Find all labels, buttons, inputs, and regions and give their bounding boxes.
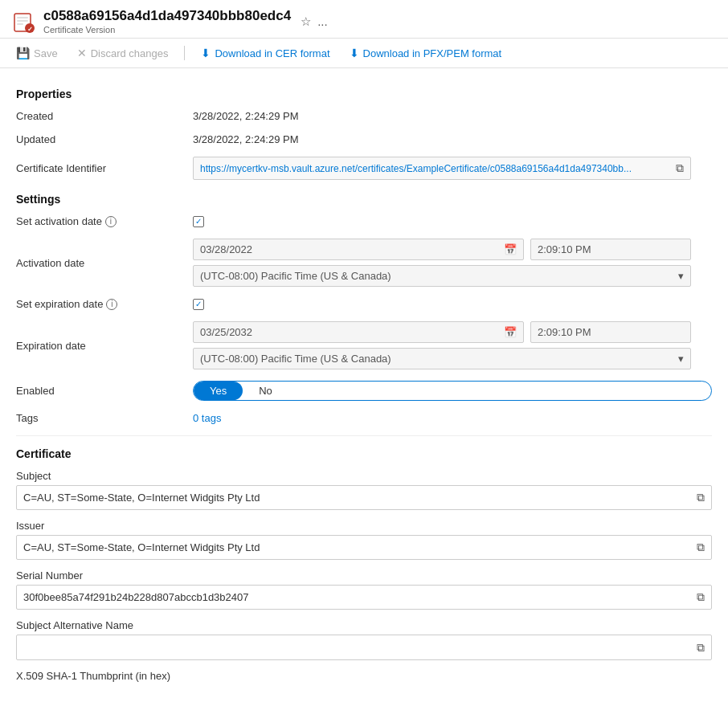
set-activation-date-row: Set activation date i bbox=[16, 215, 712, 227]
expiration-checkbox-mark bbox=[193, 299, 204, 310]
subject-copy-button[interactable]: ⧉ bbox=[697, 491, 705, 504]
tags-row: Tags 0 tags bbox=[16, 412, 712, 424]
updated-value: 3/28/2022, 2:24:29 PM bbox=[193, 133, 712, 145]
expiration-date-row: Expiration date 03/25/2032 📅 2:09:10 PM … bbox=[16, 321, 712, 369]
activation-timezone-chevron: ▾ bbox=[678, 270, 684, 282]
activation-timezone-select[interactable]: (UTC-08:00) Pacific Time (US & Canada) ▾ bbox=[193, 265, 691, 287]
thumbprint-label: X.509 SHA-1 Thumbprint (in hex) bbox=[16, 670, 712, 682]
activation-time-input[interactable]: 2:09:10 PM bbox=[530, 239, 691, 260]
cert-id-label: Certificate Identifier bbox=[16, 162, 193, 174]
expiration-timezone-chevron: ▾ bbox=[678, 353, 684, 365]
discard-button[interactable]: ✕ Discard changes bbox=[74, 45, 172, 61]
svg-rect-3 bbox=[17, 23, 23, 25]
cert-id-copy-button[interactable]: ⧉ bbox=[676, 161, 684, 175]
page-subtitle: Certificate Version bbox=[43, 25, 291, 35]
expiration-calendar-icon: 📅 bbox=[504, 326, 517, 338]
set-expiration-date-label: Set expiration date i bbox=[16, 298, 193, 310]
san-label: Subject Alternative Name bbox=[16, 619, 712, 631]
activation-calendar-icon: 📅 bbox=[504, 243, 517, 255]
cert-id-text: https://mycertkv-msb.vault.azure.net/cer… bbox=[200, 163, 669, 174]
serial-copy-button[interactable]: ⧉ bbox=[697, 590, 705, 604]
save-icon: 💾 bbox=[16, 47, 30, 59]
serial-value: 30f0bee85a74f291b24b228d807abccb1d3b2407 bbox=[23, 591, 249, 603]
properties-section-title: Properties bbox=[16, 88, 712, 100]
san-box: ⧉ bbox=[16, 635, 712, 660]
expiration-info-icon[interactable]: i bbox=[106, 299, 117, 310]
san-copy-button[interactable]: ⧉ bbox=[697, 641, 705, 655]
activation-date-input[interactable]: 03/28/2022 📅 bbox=[193, 239, 524, 260]
enabled-no-option[interactable]: No bbox=[243, 382, 288, 400]
issuer-value: C=AU, ST=Some-State, O=Internet Widgits … bbox=[23, 541, 260, 553]
page-title: c0588a69156a4d1da497340bbb80edc4 bbox=[43, 8, 291, 24]
download-pfx-button[interactable]: ⬇ Download in PFX/PEM format bbox=[346, 45, 505, 61]
serial-label: Serial Number bbox=[16, 569, 712, 582]
set-expiration-date-row: Set expiration date i bbox=[16, 298, 712, 310]
issuer-box: C=AU, ST=Some-State, O=Internet Widgits … bbox=[16, 535, 712, 560]
enabled-row: Enabled Yes No bbox=[16, 381, 712, 401]
svg-rect-2 bbox=[17, 20, 28, 22]
created-value: 3/28/2022, 2:24:29 PM bbox=[193, 110, 712, 122]
issuer-field-group: Issuer C=AU, ST=Some-State, O=Internet W… bbox=[16, 520, 712, 560]
save-button[interactable]: 💾 Save bbox=[13, 45, 61, 61]
activation-date-row: Activation date 03/28/2022 📅 2:09:10 PM … bbox=[16, 239, 712, 287]
activation-date-checkbox[interactable] bbox=[193, 216, 712, 227]
updated-row: Updated 3/28/2022, 2:24:29 PM bbox=[16, 133, 712, 145]
download-cer-icon: ⬇ bbox=[201, 47, 211, 59]
expiration-date-checkbox[interactable] bbox=[193, 299, 712, 310]
activation-date-field-label: Activation date bbox=[16, 239, 193, 287]
set-activation-date-label: Set activation date i bbox=[16, 215, 193, 227]
cert-icon: ✓ bbox=[13, 10, 35, 33]
svg-rect-1 bbox=[17, 17, 28, 18]
subject-field-group: Subject C=AU, ST=Some-State, O=Internet … bbox=[16, 470, 712, 510]
download-pfx-icon: ⬇ bbox=[350, 47, 359, 59]
cert-id-row: Certificate Identifier https://mycertkv-… bbox=[16, 157, 712, 180]
enabled-label: Enabled bbox=[16, 385, 193, 397]
expiration-date-field-label: Expiration date bbox=[16, 321, 193, 369]
thumbprint-field-group: X.509 SHA-1 Thumbprint (in hex) bbox=[16, 670, 712, 682]
toolbar-separator bbox=[184, 46, 185, 60]
updated-label: Updated bbox=[16, 133, 193, 145]
activation-info-icon[interactable]: i bbox=[105, 216, 117, 227]
tags-label: Tags bbox=[16, 412, 193, 424]
subject-box: C=AU, ST=Some-State, O=Internet Widgits … bbox=[16, 485, 712, 510]
enabled-yes-option[interactable]: Yes bbox=[194, 382, 243, 400]
subject-label: Subject bbox=[16, 470, 712, 482]
subject-value: C=AU, ST=Some-State, O=Internet Widgits … bbox=[23, 492, 260, 504]
expiration-timezone-select[interactable]: (UTC-08:00) Pacific Time (US & Canada) ▾ bbox=[193, 348, 691, 369]
expiration-time-input[interactable]: 2:09:10 PM bbox=[530, 321, 691, 343]
expiration-date-input[interactable]: 03/25/2032 📅 bbox=[193, 321, 524, 343]
section-divider bbox=[16, 435, 712, 436]
activation-checkbox-mark bbox=[193, 216, 204, 227]
issuer-copy-button[interactable]: ⧉ bbox=[697, 541, 705, 554]
serial-field-group: Serial Number 30f0bee85a74f291b24b228d80… bbox=[16, 569, 712, 610]
enabled-toggle[interactable]: Yes No bbox=[193, 381, 712, 401]
issuer-label: Issuer bbox=[16, 520, 712, 532]
cert-id-box: https://mycertkv-msb.vault.azure.net/cer… bbox=[193, 157, 691, 180]
close-icon: ✕ bbox=[77, 47, 87, 59]
more-icon[interactable]: ... bbox=[317, 14, 328, 28]
certificate-section-title: Certificate bbox=[16, 447, 712, 460]
settings-section-title: Settings bbox=[16, 193, 712, 206]
pin-icon[interactable]: ☆ bbox=[301, 14, 311, 29]
download-cer-button[interactable]: ⬇ Download in CER format bbox=[198, 45, 333, 61]
tags-link[interactable]: 0 tags bbox=[193, 412, 221, 424]
svg-text:✓: ✓ bbox=[27, 26, 33, 33]
serial-box: 30f0bee85a74f291b24b228d807abccb1d3b2407… bbox=[16, 585, 712, 610]
san-field-group: Subject Alternative Name ⧉ bbox=[16, 619, 712, 660]
created-label: Created bbox=[16, 110, 193, 122]
created-row: Created 3/28/2022, 2:24:29 PM bbox=[16, 110, 712, 122]
